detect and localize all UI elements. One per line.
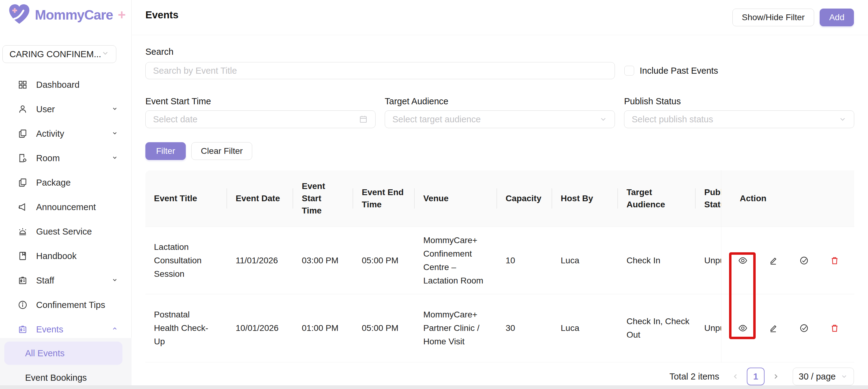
cell-host-by: Luca [552,294,618,362]
sidebar-item-activity[interactable]: Activity [0,121,131,146]
search-row: Include Past Events [145,62,854,79]
col-header-venue: Venue [415,170,497,227]
cell-event-title: Postnatal Health Check- Up [145,294,227,362]
filter-button[interactable]: Filter [145,142,186,160]
view-eye-icon[interactable] [738,256,748,265]
publish-check-circle-icon[interactable] [799,323,809,333]
chevron-down-icon [101,49,109,59]
cell-event-date: 10/01/2026 [227,294,293,362]
search-label: Search [145,47,854,57]
sidebar-item-label: User [36,104,55,115]
action-column-fixed: Action [721,170,854,362]
publish-status-select[interactable]: Select publish status [624,110,854,128]
target-audience-select[interactable]: Select target audience [385,110,615,128]
chevron-down-icon [839,115,846,123]
row-actions [721,294,854,362]
col-header-action: Action [721,170,854,227]
sidebar-item-label: Dashboard [36,80,80,90]
include-past-events-checkbox[interactable] [624,66,634,75]
filters-panel: Search Include Past Events Event Start T… [145,35,854,160]
horizontal-scrollbar[interactable] [0,385,868,389]
clear-filter-button[interactable]: Clear Filter [191,142,252,160]
chevron-down-icon [111,153,119,163]
delete-trash-icon[interactable] [830,323,840,333]
submenu-item-label: All Events [25,348,65,358]
chevron-down-icon [599,115,607,123]
service-bell-icon [18,226,28,237]
submenu-item-all-events[interactable]: All Events [4,342,122,365]
cell-venue: MommyCare+ Partner Clinic / Home Visit [415,294,497,362]
cell-venue: MommyCare+ Confinement Centre – Lactatio… [415,227,497,294]
header-actions: Show/Hide Filter Add [733,8,854,26]
sidebar-item-confinement-tips[interactable]: Confinement Tips [0,293,131,317]
page-size-select[interactable]: 30 / page [793,367,854,385]
info-circle-icon [18,300,28,310]
edit-pencil-icon[interactable] [769,256,778,265]
brand-plus: + [118,7,126,23]
chevron-down-icon [111,104,119,115]
col-header-event-title: Event Title [145,170,227,227]
publish-check-circle-icon[interactable] [799,256,809,265]
sidebar-item-label: Confinement Tips [36,300,105,310]
package-files-icon [18,177,28,188]
col-header-capacity: Capacity [497,170,552,227]
target-audience-placeholder: Select target audience [392,115,481,125]
cell-event-end-time: 05:00 PM [353,294,415,362]
sidebar-item-label: Guest Service [36,227,92,237]
main-content: Events Show/Hide Filter Add Search Inclu… [132,0,868,389]
events-table: Event Title Event Date Event Start Time … [145,170,854,362]
cell-event-title: Lactation Consultation Session [145,227,227,294]
edit-pencil-icon[interactable] [769,323,778,333]
cell-event-date: 11/01/2026 [227,227,293,294]
submenu-item-label: Event Bookings [25,373,87,383]
cell-host-by: Luca [552,227,618,294]
page-size-value: 30 / page [799,371,836,382]
sidebar-item-announcement[interactable]: Announcement [0,195,131,219]
filter-buttons-row: Filter Clear Filter [145,142,854,160]
organization-select-value: CARING CONFINEM... [9,49,101,59]
sidebar-item-room[interactable]: Room [0,146,131,170]
brand-name: MommyCare [35,7,113,23]
page-title: Events [145,9,179,21]
sidebar-item-label: Handbook [36,251,76,261]
show-hide-filter-button[interactable]: Show/Hide Filter [733,8,814,26]
cell-target-audience: Check In, Check Out [618,294,696,362]
page-number-button[interactable]: 1 [747,367,765,385]
col-header-target-audience: Target Audience [618,170,696,227]
include-past-events-label: Include Past Events [640,66,718,76]
calendar-icon [359,115,368,124]
organization-select[interactable]: CARING CONFINEM... [2,45,116,63]
page-header: Events Show/Hide Filter Add [132,0,868,35]
cell-target-audience: Check In [618,227,696,294]
book-icon [18,251,28,261]
col-header-event-end-time: Event End Time [353,170,415,227]
cell-capacity: 30 [497,294,552,362]
add-button[interactable]: Add [819,8,854,26]
dashboard-grid-icon [18,79,28,90]
sidebar-item-label: Package [36,178,71,188]
sidebar-item-user[interactable]: User [0,97,131,121]
filter-labels-row: Event Start Time Target Audience Publish… [145,96,854,107]
sidebar: MommyCare+ CARING CONFINEM... Dashboard … [0,0,132,389]
previous-page-icon[interactable] [727,368,744,385]
view-eye-icon[interactable] [738,323,748,333]
sidebar-menu: Dashboard User Activity Room Package [0,72,131,342]
next-page-icon[interactable] [767,368,784,385]
events-submenu: All Events Event Bookings [0,338,132,389]
publish-status-placeholder: Select publish status [632,115,713,125]
sidebar-item-handbook[interactable]: Handbook [0,244,131,268]
datepicker-placeholder: Select date [153,115,197,125]
sidebar-item-guest-service[interactable]: Guest Service [0,219,131,244]
sidebar-item-package[interactable]: Package [0,170,131,195]
events-badge-icon [18,324,28,334]
sidebar-item-dashboard[interactable]: Dashboard [0,72,131,97]
delete-trash-icon[interactable] [830,256,840,265]
event-start-time-datepicker[interactable]: Select date [145,110,376,128]
chevron-down-icon [840,373,848,380]
pagination: Total 2 items 1 30 / page [669,367,854,385]
search-input[interactable] [145,62,615,79]
user-icon [18,104,28,115]
include-past-events-toggle[interactable]: Include Past Events [624,66,718,76]
sidebar-item-staff[interactable]: Staff [0,268,131,293]
cell-event-start-time: 01:00 PM [293,294,353,362]
